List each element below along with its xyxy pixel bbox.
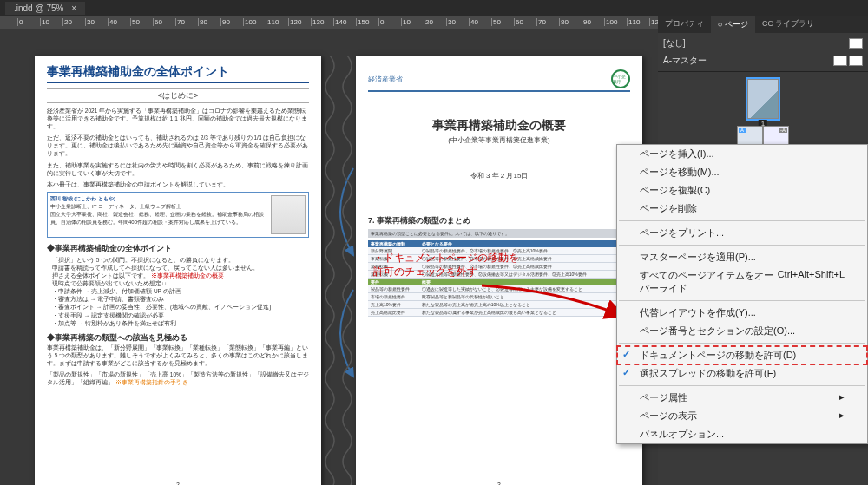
master-none[interactable]: [なし] [663,35,863,52]
author-box: 西川 智哉 (にしかわ ともや) 中小企業診断士、IT コーディネータ、上級ウェ… [47,192,309,238]
list-item: 押さえる全体ポイントは以下です。 ※事業再構築補助金の概要 [52,272,309,279]
section-heading: 7. 事業再構築の類型のまとめ [368,215,630,226]
menu-create-alternate-layout[interactable]: 代替レイアウトを作成(Y)... [617,304,867,322]
menu-page-attributes[interactable]: ページ属性▸ [617,389,867,407]
intro-heading: <はじめに> [47,88,309,103]
ruler-tick: 110 [266,18,288,26]
annotation-text: ・ドキュメントページの移動を許可のチェックを外す [373,252,519,279]
section-lead: 事業再構築の類型ごとに必要となる要件については、以下の通りです。 [368,229,630,238]
ruler-tick: 130 [311,18,333,26]
master-label: A-マスター [663,55,707,67]
master-badge: -A [779,128,787,133]
submenu-arrow-icon: ▸ [839,410,845,423]
page-number: 3 [497,482,501,485]
menu-separator [619,385,865,386]
document-tab-title: .indd @ 75% [14,3,63,13]
list-item: ・支援手段 → 認定支援機関の確認が必要 [52,311,309,319]
red-note: ※事業再構築補助金の概要 [151,272,224,279]
check-icon: ✓ [622,349,630,360]
ruler-tick: 150 [356,18,378,26]
tab-pages[interactable]: ○ ページ [711,16,755,33]
list-item: ・審査方法は → 電子申請、書類審査のみ [52,295,309,303]
ruler-tick: 20 [62,18,85,26]
menu-numbering-section[interactable]: ページ番号とセクションの設定(O)... [617,322,867,340]
ruler-tick: 30 [85,18,108,26]
list-item: 申請書を精読って作成して不採択になって、戻ってこない人は多いません。 [52,264,309,272]
panel-tabs: プロパティ ○ ページ CC ライブラリ [658,16,868,33]
ruler-tick: 100 [243,18,266,26]
ruler-tick: 10 [401,18,424,26]
menu-duplicate-page[interactable]: ページを複製(C) [617,181,867,200]
section-heading: ◆事業再構築の類型への該当を見極める [47,332,309,344]
document-canvas[interactable]: 事業再構築補助金の全体ポイント <はじめに> 経済産業省が 2021 年から実施… [0,29,658,485]
menu-insert-pages[interactable]: ページを挿入(I)... [617,145,867,163]
body-text: 経済産業省が 2021 年から実施する「事業再構築補助金」はコロナの影響を乗越え… [47,107,309,130]
tab-cc-libraries[interactable]: CC ライブラリ [755,16,822,33]
menu-allow-doc-pages-shuffle[interactable]: ✓ドキュメントページの移動を許可(D) [617,346,867,364]
list-item: ・審査ポイント → 計画の妥当性、必要性、(地域への貢献、イノベーション促進) [52,303,309,311]
document-tab[interactable]: .indd @ 75% × [5,2,85,15]
menu-separator [619,220,865,221]
document-tab-bar: .indd @ 75% × [0,0,868,16]
menu-allow-selected-spread-shuffle[interactable]: ✓選択スプレッドの移動を許可(F) [617,364,867,383]
body-text: ただ、返済不要の補助金とはいっても、補助されるのは 2/3 等であり残りの 1/… [47,134,309,157]
agency-badge-icon: 中小企業庁 [611,69,630,88]
ruler-tick: 110 [627,18,649,26]
master-label: [なし] [663,37,686,49]
page-title: 事業再構築補助金の全体ポイント [47,64,309,83]
author-credential: 中小企業診断士、IT コーディネータ、上級ウェブ解析士 [50,203,267,211]
orange-note: ※事業再構築指針の手引き [115,379,188,385]
ruler-tick: 30 [446,18,469,26]
master-thumb-icon [833,56,847,66]
ruler-tick: 120 [288,18,311,26]
submenu-arrow-icon: ▸ [839,391,845,404]
ruler-tick: 70 [175,18,198,26]
page-number: 2 [176,482,180,485]
author-bio: 国立大学大卒業後、商社、製造会社、総務、経理、企画の業務を経験。補助金事務局の相… [50,211,267,226]
ruler-tick: 40 [108,18,130,26]
cover-date: 令和 3 年 2 月15日 [368,171,630,180]
ruler-tick: 50 [491,18,514,26]
annotation-arrow-icon [477,281,634,333]
menu-shortcut: Ctrl+Alt+Shift+L [778,269,845,295]
menu-delete-page[interactable]: ページを削除 [617,200,867,218]
ruler-tick: 100 [604,18,627,26]
ruler-tick: 0 [378,18,401,26]
master-a[interactable]: A-マスター [663,52,863,69]
master-badge: A [739,128,746,133]
cover-title: 事業再構築補助金の概要 [368,118,630,134]
tab-properties[interactable]: プロパティ [658,16,711,33]
menu-separator [619,300,865,301]
list-item: ・加点等 → 特別枠があり条件を満たせば有利 [52,319,309,327]
ruler-tick: 80 [559,18,582,26]
ministry-logo: 経済産業省 [368,75,403,84]
body-text: また、補助事業を実施するには社内の労力や時間を割く必要があるため、事前に戦略を練… [47,161,309,177]
menu-separator [619,343,865,344]
ruler-tick: 140 [333,18,356,26]
list-item: ・申請条件 → 売上減少、付加価値額 UP の計画 [52,287,309,295]
list-item: 「採択」という 5 つの関門。不採択になると、の勝負になります。 [52,256,309,264]
ruler-tick: 10 [40,18,62,26]
ruler-tick: 60 [153,18,175,26]
menu-apply-master[interactable]: マスターページを適用(P)... [617,248,867,266]
author-name: 西川 智哉 (にしかわ ともや) [50,195,267,203]
page-torn-edge-icon [321,56,356,485]
cover-subtitle: (中小企業等事業再構築促進事業) [368,135,630,145]
menu-panel-options[interactable]: パネルオプション... [617,425,867,443]
page-thumb-1[interactable]: 1 [747,79,779,119]
menu-view-pages[interactable]: ページの表示▸ [617,407,867,425]
ruler-tick: 90 [582,18,604,26]
body-text: 事業再構築補助金は、「新分野展開」「事業転換」「業種転換」「業態転換」「事業再編… [47,344,309,367]
check-icon: ✓ [622,367,630,378]
menu-move-pages[interactable]: ページを移動(M)... [617,163,867,181]
ruler-tick: 0 [17,18,40,26]
master-thumb-icon [849,38,863,49]
ruler-tick: 90 [220,18,243,26]
menu-print-pages[interactable]: ページをプリント... [617,224,867,242]
section-heading: ◆事業再構築補助金の全体ポイント [47,243,309,254]
ruler-tick: 20 [424,18,446,26]
close-icon[interactable]: × [71,3,76,13]
menu-override-all[interactable]: すべてのページアイテムをオーバーライドCtrl+Alt+Shift+L [617,266,867,298]
ruler-tick: 70 [536,18,559,26]
list-item: 現時点で公募要領が出ていないため想定↓↓ [52,279,309,287]
